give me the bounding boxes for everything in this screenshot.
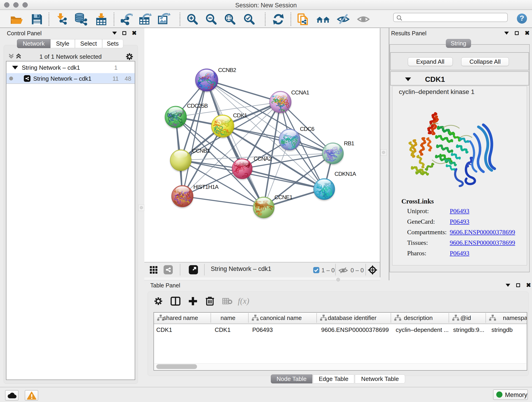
svg-text:CCNA2: CCNA2 [254,156,272,162]
svg-text:RB1: RB1 [344,140,354,147]
svg-text:CCNE1: CCNE1 [274,194,292,200]
svg-text:CDKN1A: CDKN1A [335,171,356,177]
svg-text:CDC6: CDC6 [300,126,314,132]
svg-text:CDK1: CDK1 [233,112,247,119]
svg-text:CCNA1: CCNA1 [291,89,309,96]
svg-text:CDC25B: CDC25B [187,103,208,109]
svg-text:HIST1H1A: HIST1H1A [193,184,219,190]
svg-text:CCNB1: CCNB1 [192,148,210,154]
svg-text:CCNB2: CCNB2 [218,67,236,73]
